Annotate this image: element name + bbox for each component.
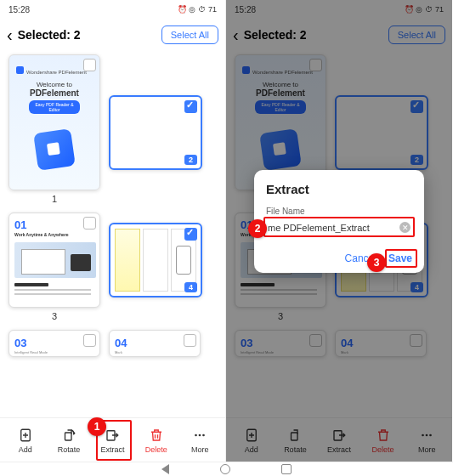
checkbox-icon[interactable] (184, 228, 197, 241)
checkbox-icon[interactable] (184, 334, 196, 347)
android-nav (0, 462, 453, 476)
page-thumb-1[interactable]: Wondershare PDFelement Welcome to PDFele… (8, 54, 100, 204)
page-grid: Wondershare PDFelement Welcome to PDFele… (0, 51, 225, 360)
page-badge: 4 (184, 282, 197, 292)
filename-label: File Name (266, 207, 412, 216)
delete-button[interactable]: Delete (137, 427, 176, 454)
svg-rect-1 (65, 433, 72, 440)
checkbox-icon[interactable] (83, 217, 96, 230)
trash-icon (148, 427, 165, 444)
more-icon (191, 427, 208, 444)
callout-1: 1 (88, 417, 106, 436)
add-button[interactable]: Add (6, 427, 45, 454)
screen-left: 15:28 ⏰ ◎ ⏱ 71 ‹ Selected: 2 Select All … (0, 0, 226, 462)
callout-2: 2 (248, 219, 267, 238)
nav-back-icon[interactable] (161, 464, 169, 474)
nav-home-icon[interactable] (220, 464, 230, 474)
more-button[interactable]: More (180, 427, 219, 454)
page-thumb-4[interactable]: 4 (109, 223, 202, 321)
page-thumb-2[interactable]: 2 (109, 95, 202, 204)
svg-point-4 (199, 434, 201, 436)
back-icon[interactable]: ‹ (7, 26, 13, 45)
rotate-button[interactable]: Rotate (49, 427, 88, 454)
dialog-title: Extract (266, 182, 412, 196)
checkbox-icon[interactable] (83, 334, 96, 347)
page-title: Selected: 2 (18, 28, 156, 42)
checkbox-icon[interactable] (184, 100, 197, 113)
page-caption: 1 (52, 194, 57, 204)
highlight-box (263, 217, 415, 237)
svg-point-5 (202, 434, 205, 436)
devices-illustration (14, 242, 96, 278)
pdfelement-cube-icon (33, 128, 76, 171)
status-bar: 15:28 ⏰ ◎ ⏱ 71 (0, 0, 225, 19)
status-time: 15:28 (8, 5, 30, 14)
highlight-box (385, 249, 417, 268)
page-thumb-3[interactable]: 01 Work Anytime & Anywhere 3 (8, 212, 100, 321)
status-icons: ⏰ ◎ ⏱ 71 (178, 5, 217, 14)
select-all-button[interactable]: Select All (161, 26, 218, 44)
page-thumb-5[interactable]: 03 Intelligent Read Mode (8, 330, 100, 357)
header: ‹ Selected: 2 Select All (0, 19, 225, 51)
page-thumb-6[interactable]: 04 Mark (109, 330, 201, 357)
page-badge: 2 (184, 155, 197, 165)
extract-dialog: Extract File Name ✕ Cancel Save (254, 170, 424, 273)
toolbar: Add Rotate Extract Delete More (0, 417, 225, 462)
screen-right: 15:28 ⏰ ◎ ⏱ 71 ‹ Selected: 2 Select All … (226, 0, 452, 462)
add-icon (17, 427, 34, 444)
checkbox-icon[interactable] (83, 59, 96, 71)
nav-recent-icon[interactable] (281, 464, 292, 474)
rotate-icon (60, 427, 77, 444)
svg-point-3 (195, 434, 197, 436)
page-caption: 3 (52, 311, 57, 321)
callout-3: 3 (367, 253, 386, 272)
